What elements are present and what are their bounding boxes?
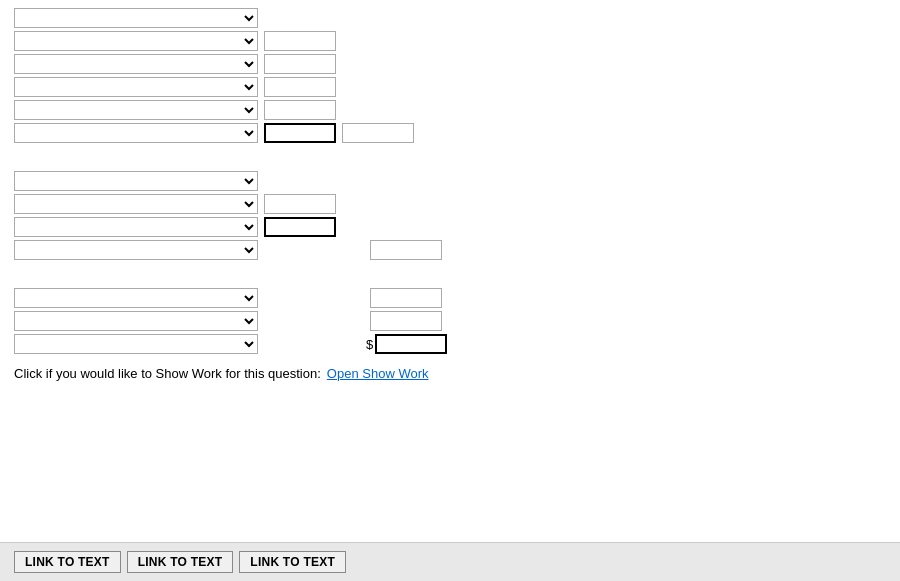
select-3-2[interactable] [14, 311, 258, 331]
input-1-4[interactable] [264, 77, 336, 97]
form-row-2-2 [14, 194, 886, 214]
input-2-3[interactable] [264, 217, 336, 237]
form-row-2-3 [14, 217, 886, 237]
dollar-input[interactable] [375, 334, 447, 354]
select-1-6[interactable] [14, 123, 258, 143]
select-3-3[interactable] [14, 334, 258, 354]
form-row-1-5 [14, 100, 886, 120]
input-1-3[interactable] [264, 54, 336, 74]
form-row-1-2 [14, 31, 886, 51]
extra-input-3-1[interactable] [370, 288, 442, 308]
select-2-3[interactable] [14, 217, 258, 237]
form-group-3: $ [14, 288, 886, 354]
show-work-row: Click if you would like to Show Work for… [14, 366, 886, 381]
select-2-2[interactable] [14, 194, 258, 214]
form-group-2 [14, 171, 886, 260]
form-group-1 [14, 8, 886, 143]
form-row-3-3: $ [14, 334, 886, 354]
form-row-1-1 [14, 8, 886, 28]
input-1-2[interactable] [264, 31, 336, 51]
form-row-2-4 [14, 240, 886, 260]
input-1-6[interactable] [264, 123, 336, 143]
select-1-1[interactable] [14, 8, 258, 28]
link-to-text-button-1[interactable]: LINK TO TEXT [14, 551, 121, 573]
input-2-2[interactable] [264, 194, 336, 214]
dollar-sign: $ [366, 337, 373, 352]
form-row-1-6 [14, 123, 886, 143]
select-1-2[interactable] [14, 31, 258, 51]
extra-input-2[interactable] [370, 240, 442, 260]
footer-bar: LINK TO TEXT LINK TO TEXT LINK TO TEXT [0, 542, 900, 581]
form-row-3-1 [14, 288, 886, 308]
form-row-1-3 [14, 54, 886, 74]
show-work-label: Click if you would like to Show Work for… [14, 366, 321, 381]
select-2-4[interactable] [14, 240, 258, 260]
select-1-5[interactable] [14, 100, 258, 120]
open-show-work-link[interactable]: Open Show Work [327, 366, 429, 381]
select-1-3[interactable] [14, 54, 258, 74]
main-content: $ Click if you would like to Show Work f… [0, 0, 900, 397]
select-1-4[interactable] [14, 77, 258, 97]
link-to-text-button-3[interactable]: LINK TO TEXT [239, 551, 346, 573]
select-2-1[interactable] [14, 171, 258, 191]
extra-input-1[interactable] [342, 123, 414, 143]
link-to-text-button-2[interactable]: LINK TO TEXT [127, 551, 234, 573]
form-row-3-2 [14, 311, 886, 331]
form-row-2-1 [14, 171, 886, 191]
form-row-1-4 [14, 77, 886, 97]
input-1-5[interactable] [264, 100, 336, 120]
select-3-1[interactable] [14, 288, 258, 308]
extra-input-3-2[interactable] [370, 311, 442, 331]
